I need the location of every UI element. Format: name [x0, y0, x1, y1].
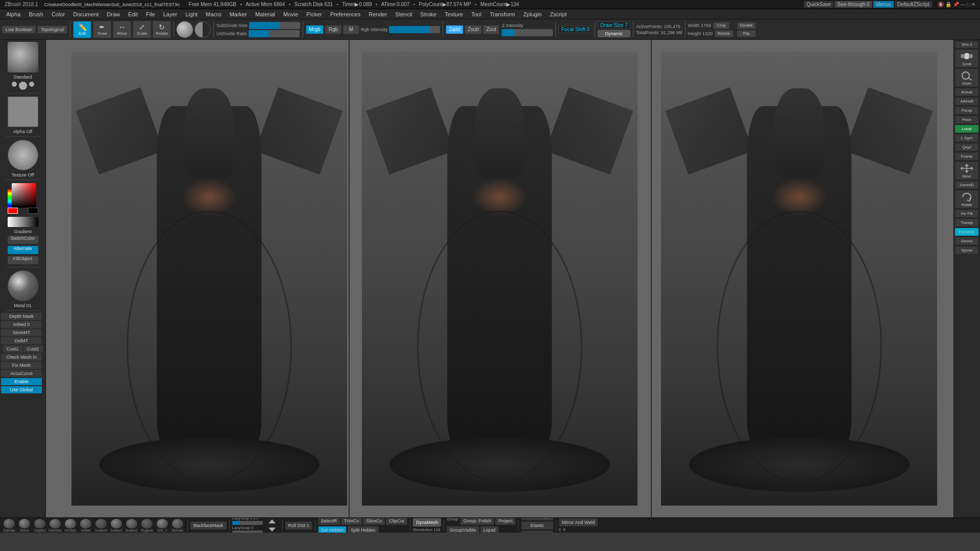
scroll-btn[interactable]: Scroll: [954, 49, 979, 68]
slicecu-btn[interactable]: SliceCu: [363, 517, 385, 525]
half-sphere-btn[interactable]: [194, 21, 211, 38]
dynamesh-btn[interactable]: DynaMesh: [413, 518, 441, 527]
imbed-btn[interactable]: Imbed 0: [1, 321, 42, 328]
quicksave-btn[interactable]: QuickSave: [804, 1, 834, 8]
menu-item-file[interactable]: File: [142, 10, 159, 18]
sphere-preview-btn[interactable]: [177, 21, 193, 38]
menu-item-zplugin[interactable]: Zplugin: [519, 10, 546, 18]
aahalf-btn[interactable]: AAHalf: [954, 97, 979, 106]
draw-size-val[interactable]: Draw Size 7: [598, 21, 630, 29]
move-btn[interactable]: ↔ Move: [113, 21, 131, 38]
fill-object-btn[interactable]: FillObject: [8, 256, 38, 264]
zoomid-btn[interactable]: ZoomID: [954, 181, 979, 189]
menus-btn[interactable]: Menus: [873, 1, 894, 8]
switch-color-btn[interactable]: SwitchColor: [8, 236, 38, 244]
brush-item-snakec[interactable]: SnakeC: [109, 519, 124, 532]
zadd-btn[interactable]: Zadd: [446, 25, 463, 34]
menu-item-tool[interactable]: Tool: [467, 10, 485, 18]
viewport-3[interactable]: [654, 40, 944, 517]
persp-btn[interactable]: Persp: [954, 106, 979, 115]
menu-item-movie[interactable]: Movie: [279, 10, 302, 18]
gizmo-btn[interactable]: Gizmo: [954, 237, 979, 245]
lsym-btn[interactable]: L.Sym: [954, 134, 979, 142]
brush-item-claybui[interactable]: ClayBui: [33, 519, 47, 532]
fix-mesh-btn[interactable]: Fix Mesh: [1, 362, 42, 369]
elastic-btn[interactable]: Elastic: [521, 521, 553, 530]
liquid-btn[interactable]: Liquid: [480, 526, 499, 533]
brush-item-rugasb[interactable]: Rugasb: [140, 519, 154, 532]
canvas-area[interactable]: [46, 40, 953, 517]
brush-item-snakec[interactable]: SnakeC: [125, 519, 139, 532]
double-btn[interactable]: Double: [737, 22, 756, 29]
defaultzscript-btn[interactable]: DefaultZScript: [895, 1, 932, 8]
group-visible-btn[interactable]: GroupVisible: [447, 526, 479, 533]
cust2-btn[interactable]: Cust2: [23, 345, 43, 353]
xpose-btn[interactable]: Xpose: [954, 246, 979, 255]
menu-item-draw[interactable]: Draw: [103, 10, 124, 18]
menu-item-zscript[interactable]: Zscript: [546, 10, 571, 18]
brush-item-hpolish[interactable]: hPolish: [63, 519, 78, 532]
actual-btn[interactable]: Actual: [954, 88, 979, 96]
frame-btn[interactable]: Frame: [954, 152, 979, 161]
scale-btn[interactable]: ⤢ Scale: [133, 21, 151, 38]
lazysnap-slider[interactable]: [232, 531, 263, 533]
qxyz-btn[interactable]: Qxyz: [954, 143, 979, 152]
menu-item-stencil[interactable]: Stencil: [391, 10, 416, 18]
menu-item-texture[interactable]: Texture: [440, 10, 467, 18]
selectr-btn[interactable]: SelectR: [318, 517, 340, 525]
brush-item-damsta[interactable]: DamSta: [48, 519, 62, 532]
rotate-rp-btn[interactable]: Rotate: [954, 190, 979, 209]
viewport-1[interactable]: [64, 40, 355, 517]
brush-item-snakeh[interactable]: SnakeH: [94, 519, 108, 532]
dynamic-rp-btn[interactable]: Dynamic: [954, 228, 979, 236]
delete-btn[interactable]: Delete: [521, 531, 553, 533]
depth-mask-btn[interactable]: Depth Mask: [1, 313, 42, 320]
polish-btn[interactable]: Group: Polish: [460, 517, 495, 525]
texture-preview[interactable]: [8, 140, 38, 170]
menu-item-light[interactable]: Light: [181, 10, 202, 18]
store-mt-btn[interactable]: StoreMT: [1, 329, 42, 336]
m-btn[interactable]: M: [343, 25, 359, 34]
move-rp-btn[interactable]: Move: [954, 161, 979, 180]
brush-preview[interactable]: [8, 42, 38, 72]
crop-btn[interactable]: Crop: [713, 22, 729, 29]
color-picker[interactable]: [8, 183, 38, 214]
inv-fill-btn[interactable]: Inv Fill: [954, 209, 979, 218]
mrgb-btn[interactable]: Mrgb: [306, 25, 324, 34]
menu-item-preferences[interactable]: Preferences: [326, 10, 364, 18]
transp-btn[interactable]: Transp: [954, 218, 979, 227]
rgb-btn[interactable]: Rgb: [325, 25, 341, 34]
dynamic-btn[interactable]: Dynamic: [598, 30, 630, 37]
live-boolean-btn[interactable]: Live Boolean: [2, 26, 36, 34]
brush-item-inflate[interactable]: Inflate: [79, 519, 93, 532]
clipcur-btn[interactable]: ClipCur: [386, 517, 407, 525]
trimcu-btn[interactable]: TrimCu: [341, 517, 362, 525]
zoom-btn[interactable]: Zoom: [954, 68, 979, 87]
lazystep-slider[interactable]: [232, 521, 263, 525]
viewport-2[interactable]: [355, 40, 645, 517]
flip-btn[interactable]: Flip: [737, 30, 756, 37]
rgb-intensity-slider[interactable]: [389, 26, 440, 33]
menu-item-picker[interactable]: Picker: [302, 10, 326, 18]
gradient-preview[interactable]: [8, 217, 38, 227]
mirror-weld-btn[interactable]: Mirror And Weld: [559, 518, 598, 527]
del-mt-btn[interactable]: DelMT: [1, 337, 42, 344]
menu-item-macro[interactable]: Macro: [202, 10, 226, 18]
spix-btn[interactable]: SPix 3: [954, 41, 979, 48]
project-btn[interactable]: Project: [495, 517, 516, 525]
menu-item-document[interactable]: Document: [69, 10, 103, 18]
check-mesh-in-btn[interactable]: Check Mesh In: [1, 354, 42, 361]
topological-btn[interactable]: Topological: [37, 26, 67, 34]
subdiv-slider[interactable]: [249, 22, 300, 29]
zcut-btn[interactable]: Zcut: [483, 25, 499, 34]
alpha-preview[interactable]: [8, 96, 38, 127]
nav-arrows[interactable]: [264, 518, 280, 533]
undivide-slider[interactable]: [249, 30, 300, 37]
seethrough-btn[interactable]: See-through 0: [835, 1, 872, 8]
menu-item-render[interactable]: Render: [364, 10, 391, 18]
floor-btn[interactable]: Floor: [954, 115, 979, 124]
brush-item-standar[interactable]: Standar: [2, 519, 16, 532]
menu-item-color[interactable]: Color: [47, 10, 69, 18]
auto-groups-btn[interactable]: Auto Groups: [521, 517, 553, 520]
menu-item-edit[interactable]: Edit: [124, 10, 142, 18]
